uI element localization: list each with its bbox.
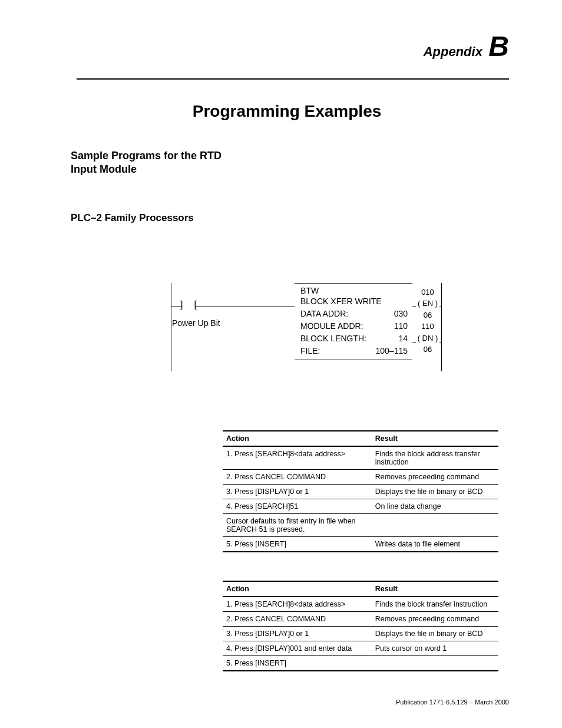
table-row: 3. Press [DISPLAY]0 or 1Displays the fil… [223,484,498,499]
out-addr-010: 010 [416,286,439,298]
btw-title: BLOCK XFER WRITE [300,295,382,308]
header-rule [77,78,509,80]
action-result-table-2: Action Result 1. Press [SEARCH]8<data ad… [223,581,498,671]
table-row: 2. Press CANCEL COMMANDRemoves preceedin… [223,469,498,484]
table-row: 1. Press [SEARCH]8<data address>Finds th… [223,446,498,470]
t1-h-result: Result [372,431,498,446]
t2-h-action: Action [223,581,372,597]
btw-k2: BLOCK LENGTH: [300,332,366,345]
out-06-b: 06 [416,344,439,355]
btw-v3: 100–115 [375,345,408,357]
action-result-table-1: Action Result 1. Press [SEARCH]8<data ad… [223,430,498,552]
en-coil: ( EN ) [416,298,439,309]
table-row: 5. Press [INSERT] [223,655,498,671]
publication-footer: Publication 1771-6.5.129 – March 2000 [396,699,509,706]
table-row: 3. Press [DISPLAY]0 or 1Displays the fil… [223,626,498,641]
table-row: Cursor defaults to first entry in file w… [223,513,498,536]
btw-v0: 030 [394,308,408,320]
btw-name: BTW [300,286,319,295]
btw-k1: MODULE ADDR: [300,320,363,332]
output-column: 010 ( EN ) 06 110 ( DN ) 06 [416,286,439,355]
section-sample-programs: Sample Programs for the RTD Input Module [71,149,224,177]
table-row: 4. Press [DISPLAY]001 and enter dataPuts… [223,641,498,655]
btw-instruction-box: BTW BLOCK XFER WRITE DATA ADDR:030 MODUL… [295,283,412,360]
table-row: 1. Press [SEARCH]8<data address>Finds th… [223,597,498,612]
appendix-word: Appendix [424,44,482,59]
btw-v1: 110 [394,320,408,332]
t1-h-action: Action [223,431,372,446]
table-row: 4. Press [SEARCH]51On line data change [223,499,498,513]
xio-contact: ] [ [181,301,196,312]
ladder-diagram: ] [ Power Up Bit BTW BLOCK XFER WRITE DA… [171,283,442,371]
appendix-label: Appendix B [65,35,509,60]
ladder-left-rail [171,283,171,371]
ladder-right-rail [441,283,442,371]
power-up-bit-label: Power Up Bit [172,318,220,328]
btw-k0: DATA ADDR: [300,308,348,320]
appendix-letter: B [488,31,509,62]
out-addr-110: 110 [416,321,439,332]
btw-k3: FILE: [300,345,320,357]
out-06-a: 06 [416,309,439,321]
table-row: 2. Press CANCEL COMMANDRemoves preceedin… [223,611,498,626]
btw-v2: 14 [398,332,408,345]
section-plc2: PLC–2 Family Processors [71,212,509,224]
table-row: 5. Press [INSERT]Writes data to file ele… [223,536,498,552]
t2-h-result: Result [372,581,498,597]
dn-coil: ( DN ) [416,332,439,344]
page-title: Programming Examples [65,102,509,121]
